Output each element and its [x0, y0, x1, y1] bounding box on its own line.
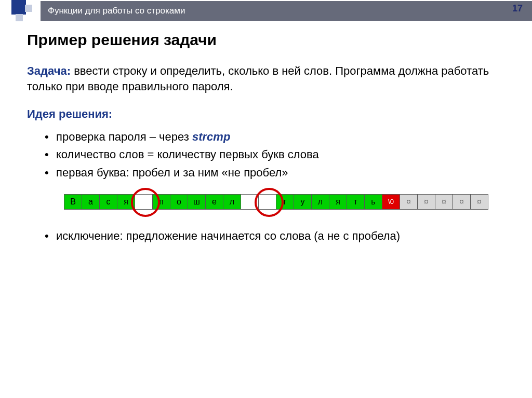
header-title: Функции для работы со строками [41, 1, 532, 21]
string-cell: ¤ [435, 194, 453, 210]
string-cell: В [64, 194, 82, 210]
page-title: Пример решения задачи [27, 31, 511, 49]
string-cell: я [329, 194, 347, 210]
task-text: Задача: ввести строку и определить, скол… [27, 63, 511, 94]
list-item: первая буква: пробел и за ним «не пробел… [56, 164, 511, 182]
logo [0, 0, 41, 22]
list-item: проверка пароля – через strcmp [56, 128, 511, 146]
string-cell: \0 [382, 194, 400, 210]
list-item: исключение: предложение начинается со сл… [56, 227, 511, 245]
string-cell: ¤ [470, 194, 488, 210]
string-cell: с [99, 194, 117, 210]
task-body: ввести строку и определить, сколько в не… [27, 64, 489, 93]
list-item-text: проверка пароля – через [56, 130, 192, 143]
list-item-text: первая буква: пробел и за ним «не пробел… [56, 166, 288, 179]
string-cell: у [294, 194, 312, 210]
slide-header: Функции для работы со строками [0, 0, 532, 22]
string-cell: л [311, 194, 329, 210]
string-visualization: Вася пошел гулять\0¤¤¤¤¤ [64, 187, 511, 219]
page-number: 17 [512, 3, 523, 14]
list-item-text: количество слов = количеству первых букв… [56, 148, 319, 161]
highlight-circle [131, 188, 160, 217]
string-cell: т [347, 194, 365, 210]
string-cell: ш [188, 194, 206, 210]
task-label: Задача: [27, 64, 71, 77]
list-item-text: исключение: предложение начинается со сл… [56, 229, 400, 242]
string-cell: о [170, 194, 188, 210]
string-cell: а [82, 194, 100, 210]
keyword-strcmp: strcmp [192, 130, 230, 143]
idea-list-continued: исключение: предложение начинается со сл… [27, 227, 511, 245]
highlight-circle [255, 188, 284, 217]
string-cell: ¤ [417, 194, 435, 210]
slide-content: Пример решения задачи Задача: ввести стр… [0, 22, 532, 245]
string-cell: л [223, 194, 241, 210]
string-cell: ¤ [400, 194, 418, 210]
idea-list: проверка пароля – через strcmp количеств… [27, 128, 511, 181]
string-cell: е [205, 194, 223, 210]
list-item: количество слов = количеству первых букв… [56, 146, 511, 163]
string-cell: ¤ [453, 194, 471, 210]
idea-label: Идея решения: [27, 107, 511, 121]
string-cell: ь [364, 194, 382, 210]
